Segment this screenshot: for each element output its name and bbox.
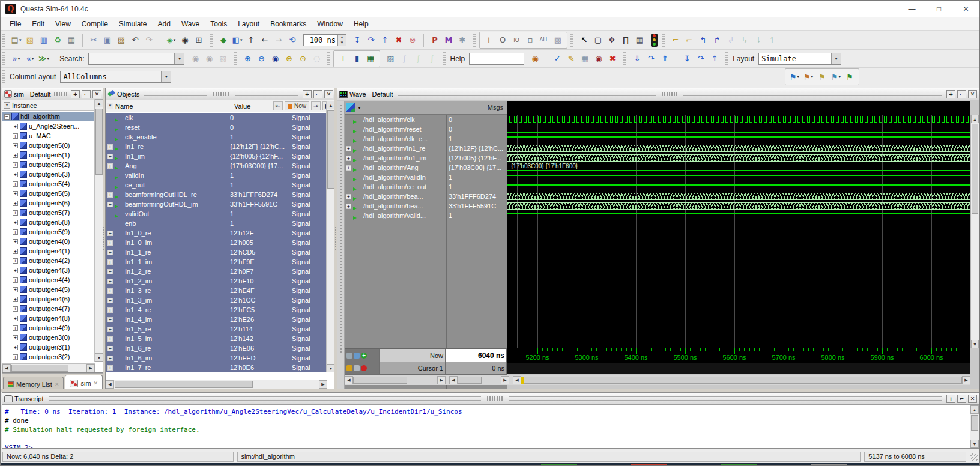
expander-icon[interactable]: + [13,143,18,148]
tree-row[interactable]: + outputgen4(4) [2,275,94,285]
compile-button[interactable]: ◈▾ [165,33,178,47]
tree-row[interactable]: + outputgen5(6) [2,198,94,208]
stretch-edge-button[interactable]: ⇂▾ [752,33,765,47]
object-row[interactable]: + In1_7_re 12'h0E6 Signal [106,363,327,372]
cut-button[interactable]: ✂▾ [87,33,100,47]
tree-row[interactable]: + outputgen4(9) [2,323,94,333]
waveform-row[interactable] [507,134,970,144]
wave-paste-button[interactable]: ⌐▾ [683,33,696,47]
waveform-row[interactable] [507,124,970,134]
expander-icon[interactable]: + [107,327,113,332]
expander-icon[interactable]: + [13,210,18,216]
select-mode-button[interactable]: ↖▾ [578,33,591,47]
trace-all-button[interactable]: ALL▾ [537,33,551,47]
object-row[interactable]: + In1_4_re 12'hFC5 Signal [106,305,327,315]
chevron-down-icon[interactable]: ▼ [357,106,361,110]
close-icon[interactable]: ✕ [94,380,98,386]
zoom-selection-button[interactable]: ◌▾ [310,52,323,66]
tree-row[interactable]: + outputgen3(1) [2,342,94,352]
object-row[interactable]: clk 0 Signal [106,113,327,123]
panel-grip[interactable] [54,92,68,96]
help-search-button[interactable]: ◉▾ [528,52,542,66]
expander-icon[interactable]: + [346,165,351,171]
panel-grip[interactable] [683,92,942,96]
object-row[interactable]: + In1_2_im 12'hF10 Signal [106,276,327,286]
expander-icon[interactable]: + [107,192,113,198]
move-up-button[interactable]: ⇑▾ [658,52,671,66]
open-button[interactable]: ▧▾ [23,33,37,47]
toolbar-grip[interactable] [2,70,5,83]
undock-button[interactable]: ⌐ [82,90,91,98]
menu-item[interactable]: Wave [176,17,205,31]
tree-row[interactable]: + outputgen4(5) [2,285,94,294]
back-button[interactable]: ←▾ [258,33,271,47]
zoom-full-button[interactable]: ◉▾ [268,52,282,66]
expander-icon[interactable]: + [346,156,351,161]
edit-cursor-icon[interactable] [354,365,360,371]
delete-bookmark-button[interactable]: ⚑▾ [802,70,815,84]
panel-grip[interactable] [509,396,942,401]
goto-bookmark-button[interactable]: ⚑▾ [843,70,856,84]
expander-icon[interactable]: + [107,317,113,322]
save-bookmark-button[interactable]: ⚑▾ [829,70,842,84]
reload-button[interactable]: ↷▾ [644,52,658,66]
wave-signal-row[interactable]: /hdl_algorithm/clk [345,115,446,124]
menu-item[interactable]: Simulate [113,17,153,31]
object-row[interactable]: enb 1 Signal [106,219,327,228]
toolbar-grip[interactable] [234,52,237,65]
object-row[interactable]: ce_out 1 Signal [106,180,327,190]
object-row[interactable]: validIn 1 Signal [106,171,327,180]
tree-row[interactable]: + outputgen5(0) [2,141,94,150]
expander-icon[interactable]: + [346,146,351,151]
wave-vertical-scrollbar[interactable]: ▲ ▼ [970,115,979,348]
expander-icon[interactable]: + [107,240,113,246]
move-down-button[interactable]: ⇓▾ [631,52,644,66]
find-button[interactable]: ◉▾ [178,33,192,47]
expander-icon[interactable]: + [13,153,18,158]
edit-annotations-button[interactable]: ✎▾ [564,52,578,66]
lock-cursor-icon[interactable] [346,365,352,371]
waveform-row[interactable] [507,144,970,153]
insert-pulse-button[interactable]: ↰▾ [697,33,710,47]
toolbar-grip[interactable] [327,52,330,65]
cursor-toolbox-icons[interactable]: − [345,362,380,375]
tree-row[interactable]: + outputgen5(5) [2,189,94,198]
move-to-bottom-button[interactable]: ↧▾ [680,52,694,66]
object-row[interactable]: + In1_5_re 12'h114 Signal [106,324,327,334]
add-bookmark-button[interactable]: ⚑▾ [788,70,801,84]
object-row[interactable]: clk_enable 1 Signal [106,132,327,142]
close-panel-button[interactable]: ✕ [968,90,977,98]
tree-row[interactable]: + outputgen5(3) [2,169,94,179]
toolbar-grip[interactable] [2,52,5,65]
expander-icon[interactable]: + [13,191,18,196]
help-input[interactable] [469,53,524,65]
expander-icon[interactable]: + [346,194,351,199]
expand-to-reader-button[interactable]: «▾ [23,52,37,66]
waveform-row[interactable] [507,153,970,163]
run-all-button[interactable]: ⇑▾ [378,33,392,47]
transcript-body[interactable]: # Time: 0 ns Iteration: 1 Instance: /hdl… [2,405,970,448]
names-scrollbar[interactable]: ◀▶ [345,376,446,385]
expander-icon[interactable]: + [13,345,18,350]
wave-signal-row[interactable]: /hdl_algorithm/clk_e... [345,134,446,144]
next-transition-button[interactable]: ∫▾ [398,52,411,66]
wave-signal-row[interactable]: + /hdl_algorithm/Ang [345,163,446,172]
objects-column-header[interactable]: ▼ Name Value ⇤ Now ⇥ ▶ [106,100,335,112]
close-panel-button[interactable]: ✕ [968,395,977,403]
object-row[interactable]: + In1_1_re 12'hCD5 Signal [106,247,327,257]
expander-icon[interactable]: + [107,250,113,255]
wave-tools-icon[interactable] [346,353,352,359]
columnlayout-combobox[interactable]: AllColumns ▼ [60,71,171,83]
restart-button[interactable]: ⟲▾ [286,33,299,47]
expander-icon[interactable]: + [107,144,113,150]
goto-last-change-icon[interactable]: ⇥ [311,101,321,110]
expanded-time-event-button[interactable]: ▦▾ [364,52,377,66]
dock-button[interactable]: + [303,90,312,98]
show-grid-button[interactable]: ▦▾ [578,52,591,66]
wave-signal-row[interactable]: + /hdl_algorithm/bea... [345,192,446,201]
trace-dashed-button[interactable]: ▫▾ [524,33,537,47]
expander-icon[interactable]: + [13,287,18,292]
object-row[interactable]: + In1_1_im 12'hF9E Signal [106,257,327,267]
expander-icon[interactable]: + [13,181,18,187]
tree-row[interactable]: + outputgen5(8) [2,217,94,227]
